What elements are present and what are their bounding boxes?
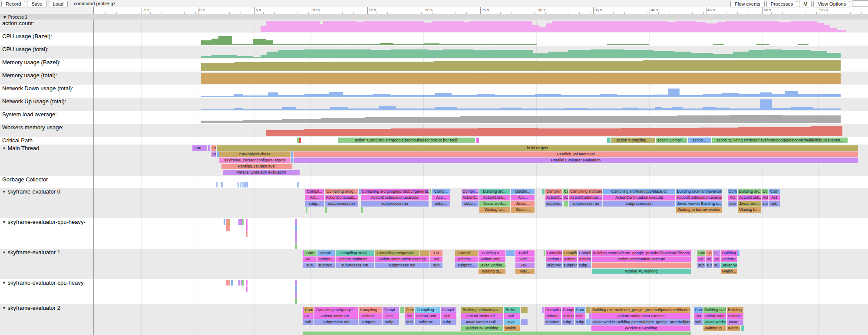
counter-segment[interactable] xyxy=(643,60,738,71)
slice[interactable]: Compiling src/g... xyxy=(325,189,358,194)
slice[interactable]: Acti... xyxy=(515,256,535,262)
counter-segment[interactable] xyxy=(716,108,730,110)
slice[interactable] xyxy=(586,307,591,313)
slice[interactable] xyxy=(295,219,297,225)
slice[interactable]: subprocess.run xyxy=(603,201,675,207)
counter-segment[interactable] xyxy=(218,36,232,45)
slice[interactable]: Compilin... xyxy=(563,250,577,256)
slice[interactable]: subproc... xyxy=(359,319,382,325)
slice[interactable]: Ac... xyxy=(706,256,712,262)
slice[interactable]: Compiling ... xyxy=(415,307,440,313)
counter-segment[interactable] xyxy=(782,50,811,58)
slice[interactable]: ActionC... xyxy=(545,195,562,200)
slice[interactable]: su... xyxy=(713,263,720,268)
counter-segment[interactable] xyxy=(726,21,737,32)
track-label-workers-memory-usage[interactable]: Workers memory usage: xyxy=(2,124,63,131)
slice[interactable]: Act xyxy=(563,195,568,200)
slice[interactable] xyxy=(521,307,528,313)
counter-segment[interactable] xyxy=(565,108,587,110)
track-label-skyframe-evaluator-cpu-heavy[interactable]: ▼ skyframe-evaluator-cpu-heavy- xyxy=(2,219,86,225)
slice[interactable]: Com xyxy=(769,189,780,194)
counter-segment[interactable] xyxy=(304,129,391,136)
slice[interactable] xyxy=(521,319,528,325)
counter-segment[interactable] xyxy=(624,50,653,58)
slice[interactable]: Acti... xyxy=(305,195,324,200)
slice[interactable]: subproc... xyxy=(546,263,562,268)
slice[interactable]: action... xyxy=(688,138,711,143)
counter-segment[interactable] xyxy=(811,51,827,58)
counter-segment[interactable] xyxy=(561,95,600,97)
slice[interactable]: sub xyxy=(303,263,317,268)
slice[interactable]: Javac... xyxy=(511,201,535,207)
counter-segment[interactable] xyxy=(587,108,622,110)
counter-segment[interactable] xyxy=(724,45,756,45)
load-button[interactable]: Load xyxy=(49,1,68,7)
counter-segment[interactable] xyxy=(672,107,683,110)
panel-divider[interactable] xyxy=(93,7,94,335)
slice[interactable] xyxy=(228,280,230,286)
slice[interactable]: Javac worker Buil... xyxy=(461,319,503,325)
counter-segment[interactable] xyxy=(653,51,674,58)
slice[interactable]: Building src... xyxy=(738,189,761,194)
counter-segment[interactable] xyxy=(303,44,314,45)
track-label-skyframe-evaluator-1[interactable]: ▼ skyframe-evaluator 1 xyxy=(2,249,60,256)
counter-segment[interactable] xyxy=(435,107,457,110)
counter-segment[interactable] xyxy=(769,45,798,45)
slice[interactable]: subprocess.run xyxy=(361,201,429,207)
track-label-network-down-usage-total[interactable]: Network Down usage (total): xyxy=(2,85,73,92)
collapse-arrow-icon[interactable]: ▼ xyxy=(2,220,6,224)
slice[interactable]: Act xyxy=(762,195,768,200)
counter-segment[interactable] xyxy=(495,95,535,97)
slice[interactable]: Compiling src/g... xyxy=(336,250,374,256)
slice[interactable]: Act xyxy=(405,313,414,319)
slice[interactable] xyxy=(246,219,248,225)
track-label-cpu-usage-bazel[interactable]: CPU usage (Bazel): xyxy=(2,33,52,39)
counter-segment[interactable] xyxy=(320,24,323,32)
counter-segment[interactable] xyxy=(733,52,749,58)
slice[interactable]: Building src... xyxy=(479,189,510,194)
counter-segment[interactable] xyxy=(373,94,390,97)
counter-segment[interactable] xyxy=(486,44,498,45)
slice[interactable]: Com xyxy=(728,189,737,194)
slice[interactable] xyxy=(542,189,545,194)
counter-segment[interactable] xyxy=(443,49,473,58)
slice[interactable]: Ac... xyxy=(303,313,314,319)
slice[interactable]: Com xyxy=(694,307,703,313)
slice[interactable]: ActionConti... xyxy=(479,256,505,262)
slice[interactable]: Com xyxy=(304,250,317,256)
slice[interactable]: Compil... xyxy=(305,189,324,194)
counter-segment[interactable] xyxy=(201,56,211,58)
slice[interactable]: subp... xyxy=(305,201,324,207)
slice[interactable]: Com... xyxy=(575,307,585,313)
slice[interactable] xyxy=(297,138,299,143)
counter-segment[interactable] xyxy=(330,107,348,110)
counter-segment[interactable] xyxy=(791,107,813,110)
counter-segment[interactable] xyxy=(798,94,826,97)
collapse-arrow-icon[interactable]: ▼ xyxy=(2,190,6,194)
counter-segment[interactable] xyxy=(371,50,391,58)
counter-segment[interactable] xyxy=(739,94,760,97)
counter-segment[interactable] xyxy=(234,108,243,110)
slice[interactable]: action 'Compili... xyxy=(656,138,687,143)
counter-segment[interactable] xyxy=(393,44,424,45)
counter-segment[interactable] xyxy=(296,109,330,110)
counter-segment[interactable] xyxy=(243,95,268,97)
counter-segment[interactable] xyxy=(243,120,282,123)
counter-segment[interactable] xyxy=(464,22,470,32)
slice[interactable]: Compil... xyxy=(462,189,479,194)
counter-segment[interactable] xyxy=(535,94,561,97)
counter-segment[interactable] xyxy=(218,55,237,58)
counter-segment[interactable] xyxy=(423,23,432,32)
slice[interactable]: Com xyxy=(706,250,712,256)
slice[interactable]: ActionContinuati... xyxy=(336,256,374,262)
counter-segment[interactable] xyxy=(268,92,278,97)
track-label-main-thread[interactable]: ▼ Main Thread xyxy=(2,145,39,151)
slice[interactable]: Waitin... xyxy=(511,207,535,213)
slice[interactable]: Acti... xyxy=(504,313,520,319)
slice[interactable]: ActionContinuati... xyxy=(314,313,358,319)
counter-segment[interactable] xyxy=(772,108,791,110)
slice[interactable]: action 'Compiling src/google/protobuf/de… xyxy=(338,138,475,143)
slice[interactable]: Waiting to... xyxy=(479,207,510,213)
slice[interactable]: Co xyxy=(430,250,442,256)
counter-segment[interactable] xyxy=(639,108,655,110)
